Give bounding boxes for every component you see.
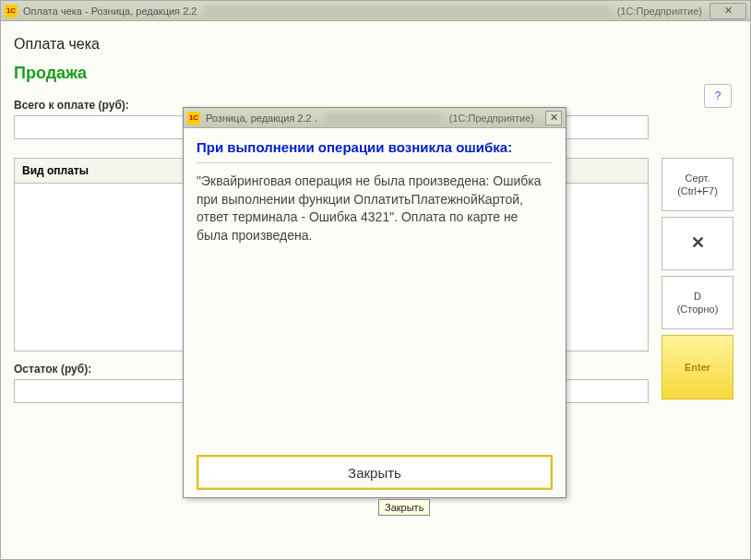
storno-button-line1: D (694, 290, 701, 303)
enter-button-label: Enter (685, 361, 710, 374)
main-window-title: Оплата чека - Розница, редакция 2.2 (23, 6, 197, 17)
cert-button-line1: Серт. (685, 172, 710, 185)
dialog-body: При выполнении операции возникла ошибка:… (184, 128, 566, 497)
storno-button-line2: (Сторно) (677, 303, 719, 316)
cert-button[interactable]: Серт. (Ctrl+F7) (662, 158, 733, 211)
main-window-subtitle: (1С:Предприятие) (617, 6, 702, 17)
cert-button-line2: (Ctrl+F7) (677, 185, 718, 197)
dialog-subtitle: (1С:Предприятие) (449, 113, 534, 124)
dialog-footer: Закрыть (197, 455, 553, 490)
cancel-button[interactable]: ✕ (662, 217, 733, 270)
dialog-titlebar[interactable]: 1С Розница, редакция 2.2 . (1С:Предприят… (184, 108, 566, 128)
titlebar-blur (204, 6, 609, 17)
close-icon: ✕ (691, 232, 705, 254)
enter-button[interactable]: Enter (662, 335, 733, 399)
dialog-close-icon[interactable]: ✕ (545, 111, 562, 125)
dialog-close-button[interactable]: Закрыть (197, 455, 553, 490)
close-tooltip: Закрыть (378, 499, 430, 516)
help-button[interactable]: ? (704, 84, 732, 108)
page-title: Оплата чека (14, 36, 737, 53)
dialog-title: Розница, редакция 2.2 . (206, 113, 317, 124)
app-icon: 1С (5, 5, 18, 18)
error-heading: При выполнении операции возникла ошибка: (197, 139, 553, 163)
dialog-titlebar-blur (325, 113, 442, 124)
storno-button[interactable]: D (Сторно) (662, 276, 733, 329)
app-icon: 1С (187, 112, 200, 125)
error-text: "Эквайринговая операция не была произвед… (197, 173, 553, 455)
side-buttons: Серт. (Ctrl+F7) ✕ D (Сторно) Enter (662, 158, 733, 399)
error-dialog: 1С Розница, редакция 2.2 . (1С:Предприят… (183, 107, 566, 498)
main-close-button[interactable]: ✕ (709, 3, 746, 19)
help-icon: ? (715, 89, 721, 102)
main-titlebar[interactable]: 1С Оплата чека - Розница, редакция 2.2 (… (1, 1, 750, 21)
